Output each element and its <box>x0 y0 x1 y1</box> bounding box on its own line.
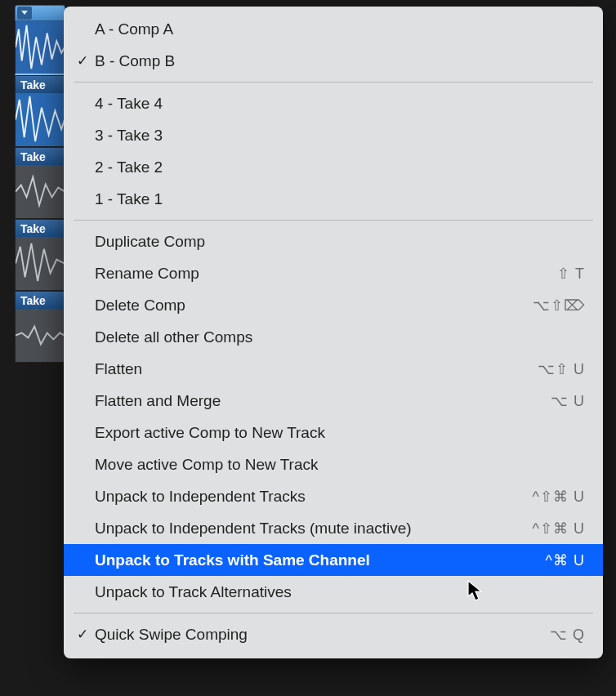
take-label[interactable]: Take <box>15 219 65 237</box>
tracks-column: Take Take Take Take <box>15 5 65 363</box>
menu-item-label: B - Comp B <box>95 52 585 70</box>
menu-item-unpack-alternatives[interactable]: Unpack to Track Alternatives <box>64 576 603 608</box>
checkmark-icon: ✓ <box>75 52 90 69</box>
menu-item-label: 2 - Take 2 <box>95 158 585 176</box>
menu-item-delete-comp[interactable]: Delete Comp ⌥⇧⌦ <box>64 289 603 321</box>
menu-item-quick-swipe-comping[interactable]: ✓ Quick Swipe Comping ⌥ Q <box>64 618 603 650</box>
menu-shortcut: ^⌘ U <box>546 551 585 569</box>
menu-item-label: Flatten and Merge <box>95 392 551 410</box>
menu-separator <box>74 82 593 83</box>
menu-item-label: Unpack to Independent Tracks (mute inact… <box>95 520 533 538</box>
take-label-text: Take <box>20 150 46 163</box>
chevron-down-icon <box>20 10 29 16</box>
menu-item-label: Duplicate Comp <box>95 233 585 251</box>
take-waveform[interactable] <box>15 309 65 363</box>
take-label-text: Take <box>20 222 46 235</box>
comp-header[interactable] <box>15 5 65 21</box>
menu-item-unpack-independent[interactable]: Unpack to Independent Tracks ^⇧⌘ U <box>64 480 603 512</box>
menu-item-label: 4 - Take 4 <box>95 95 585 113</box>
menu-item-export-comp-new-track[interactable]: Export active Comp to New Track <box>64 417 603 448</box>
menu-item-delete-other-comps[interactable]: Delete all other Comps <box>64 321 603 353</box>
menu-item-label: Delete Comp <box>95 297 533 315</box>
menu-item-label: Export active Comp to New Track <box>95 424 585 442</box>
take-waveform[interactable] <box>15 165 65 219</box>
menu-item-rename-comp[interactable]: Rename Comp ⇧ T <box>64 257 603 289</box>
menu-item-duplicate-comp[interactable]: Duplicate Comp <box>64 225 603 257</box>
take-label-text: Take <box>20 294 46 307</box>
menu-item-flatten[interactable]: Flatten ⌥⇧ U <box>64 353 603 385</box>
menu-separator <box>74 220 593 221</box>
menu-item-label: Delete all other Comps <box>95 328 585 346</box>
menu-shortcut: ⌥⇧ U <box>538 360 585 378</box>
take-label-text: Take <box>20 78 46 91</box>
take-label[interactable]: Take <box>15 147 65 165</box>
menu-item-label: Move active Comp to New Track <box>95 456 585 474</box>
menu-item-comp-b[interactable]: ✓ B - Comp B <box>64 45 603 77</box>
menu-shortcut: ^⇧⌘ U <box>533 520 585 538</box>
menu-item-unpack-same-channel[interactable]: Unpack to Tracks with Same Channel ^⌘ U <box>64 544 603 576</box>
menu-item-label: Unpack to Independent Tracks <box>95 488 533 506</box>
menu-shortcut: ^⇧⌘ U <box>533 488 585 506</box>
menu-item-take-1[interactable]: 1 - Take 1 <box>64 183 603 215</box>
menu-shortcut: ⌥ Q <box>550 626 585 644</box>
menu-item-take-2[interactable]: 2 - Take 2 <box>64 151 603 183</box>
menu-item-label: 3 - Take 3 <box>95 127 585 145</box>
menu-shortcut: ⌥ U <box>551 392 585 410</box>
comp-dropdown-trigger[interactable] <box>17 7 32 20</box>
menu-item-flatten-merge[interactable]: Flatten and Merge ⌥ U <box>64 385 603 417</box>
menu-item-comp-a[interactable]: A - Comp A <box>64 13 603 45</box>
take-label[interactable]: Take <box>15 291 65 309</box>
menu-item-label: 1 - Take 1 <box>95 190 585 208</box>
comp-context-menu: A - Comp A ✓ B - Comp B 4 - Take 4 3 - T… <box>64 7 603 658</box>
menu-item-label: Rename Comp <box>95 265 557 283</box>
checkmark-icon: ✓ <box>75 626 90 643</box>
menu-item-take-4[interactable]: 4 - Take 4 <box>64 87 603 119</box>
menu-item-take-3[interactable]: 3 - Take 3 <box>64 119 603 151</box>
menu-item-label: Quick Swipe Comping <box>95 626 550 644</box>
menu-shortcut: ⇧ T <box>557 265 585 283</box>
menu-item-label: Unpack to Track Alternatives <box>95 583 585 601</box>
menu-item-unpack-independent-mute[interactable]: Unpack to Independent Tracks (mute inact… <box>64 512 603 544</box>
menu-item-label: Flatten <box>95 360 538 378</box>
menu-item-move-comp-new-track[interactable]: Move active Comp to New Track <box>64 448 603 480</box>
take-waveform[interactable] <box>15 237 65 291</box>
menu-item-label: A - Comp A <box>95 20 585 38</box>
comp-waveform[interactable] <box>15 21 65 75</box>
menu-shortcut: ⌥⇧⌦ <box>533 297 585 315</box>
take-waveform[interactable] <box>15 93 65 147</box>
menu-item-label: Unpack to Tracks with Same Channel <box>95 551 546 569</box>
menu-separator <box>74 613 593 613</box>
take-label[interactable]: Take <box>15 75 65 93</box>
